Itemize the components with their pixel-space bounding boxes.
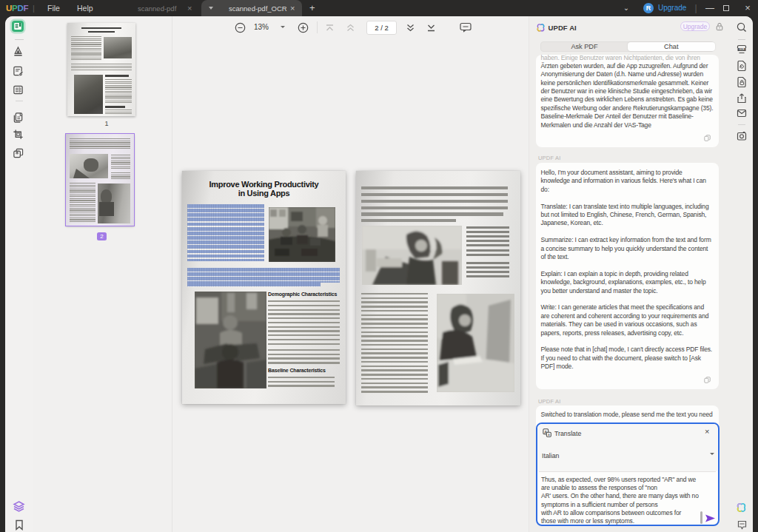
svg-text:OCR: OCR [739,48,745,51]
svg-text:a: a [548,433,550,437]
